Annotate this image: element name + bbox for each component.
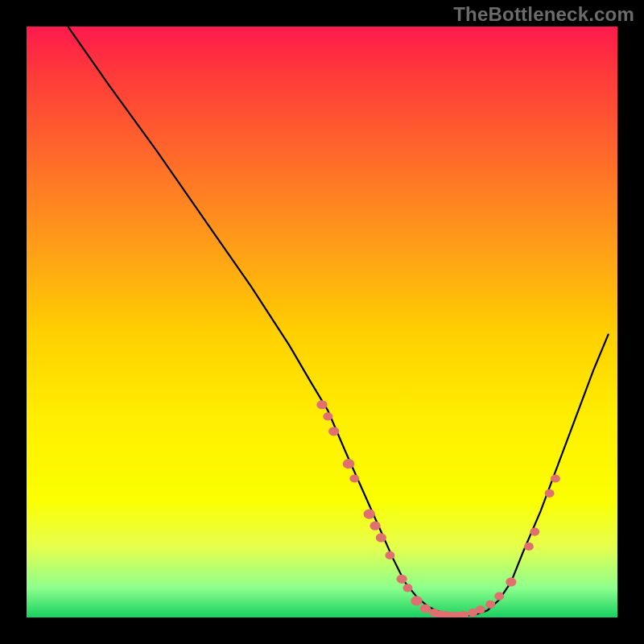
marker-dot — [385, 551, 394, 559]
marker-dot — [411, 596, 422, 605]
marker-dot — [364, 509, 375, 518]
curve-svg — [27, 27, 617, 617]
marker-dot — [323, 412, 332, 420]
marker-dot — [349, 474, 359, 482]
marker-dot — [506, 577, 516, 586]
marker-dot — [485, 601, 495, 609]
marker-dot — [369, 522, 380, 530]
marker-dot — [545, 489, 555, 497]
marker-dot — [551, 474, 560, 482]
marker-dot — [494, 592, 504, 600]
marker-dot — [476, 605, 485, 613]
curve-path — [68, 27, 609, 616]
markers-group — [316, 400, 560, 617]
marker-dot — [316, 400, 327, 409]
marker-dot — [328, 427, 339, 436]
marker-dot — [376, 533, 386, 542]
marker-dot — [396, 575, 407, 584]
marker-dot — [343, 459, 354, 469]
watermark-text: TheBottleneck.com — [453, 3, 634, 26]
marker-dot — [524, 543, 534, 551]
plot-area — [27, 27, 617, 617]
chart-container: TheBottleneck.com — [0, 0, 644, 644]
marker-dot — [459, 611, 469, 617]
marker-dot — [420, 604, 431, 613]
marker-dot — [402, 584, 412, 592]
marker-dot — [530, 527, 539, 535]
